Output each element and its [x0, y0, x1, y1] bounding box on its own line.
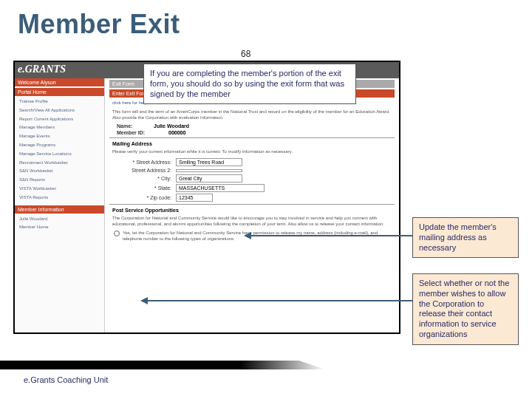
- zip-label: * Zip code:: [109, 195, 176, 200]
- svg-marker-3: [140, 297, 148, 304]
- sidebar-item[interactable]: Manage Members: [15, 123, 104, 132]
- sidebar-item[interactable]: Manage Programs: [15, 141, 104, 150]
- app-sidebar: Welcome Alyson Portal Home Trainee Profi…: [15, 78, 105, 332]
- street1-label: * Street Address:: [109, 160, 176, 165]
- post-service-para: The Corporation for National and Communi…: [109, 214, 395, 229]
- state-label: * State:: [109, 185, 176, 191]
- street1-input[interactable]: Smiling Trees Road: [176, 158, 242, 166]
- sidebar-portal-head: Portal Home: [15, 88, 104, 96]
- id-label: Member ID:: [117, 130, 168, 135]
- sidebar-item[interactable]: Report Current Applications: [15, 115, 104, 124]
- callout-release-info: Select whether or not the member wishes …: [412, 273, 519, 345]
- sidebar-item[interactable]: Search/View All Applications: [15, 106, 104, 115]
- footer-accent: [0, 361, 325, 369]
- state-select[interactable]: MASSACHUSETTS: [176, 184, 265, 192]
- zip-input[interactable]: 12345: [176, 194, 213, 202]
- sidebar-item[interactable]: Recruitment Workbasket: [15, 159, 104, 168]
- consent-radio[interactable]: [114, 231, 120, 236]
- footer-unit: e.Grants Coaching Unit: [24, 375, 108, 384]
- sidebar-item[interactable]: Julie Woodard: [15, 215, 104, 224]
- post-service-header: Post Service Opportunities: [112, 208, 395, 213]
- arrow-to-address: [244, 231, 414, 241]
- sidebar-item[interactable]: Manage Events: [15, 132, 104, 141]
- city-input[interactable]: Great City: [176, 174, 242, 183]
- sidebar-item[interactable]: Member Home: [15, 223, 104, 232]
- mailing-para: Please verify your current information w…: [109, 148, 395, 157]
- sidebar-item[interactable]: Manage Service Locations: [15, 150, 104, 159]
- sidebar-item[interactable]: S&N Workbasket: [15, 167, 104, 176]
- name-value: Julie Woodard: [154, 123, 189, 129]
- callout-signed-form: If you are completing the member's porti…: [143, 64, 356, 104]
- sidebar-item[interactable]: S&N Reports: [15, 176, 104, 185]
- name-label: Name:: [117, 123, 154, 129]
- page-title: Member Exit: [18, 9, 514, 40]
- street2-label: Street Address 2:: [109, 168, 176, 173]
- sidebar-item[interactable]: VISTA Reports: [15, 194, 104, 202]
- app-logo: e.GRANTS: [18, 64, 66, 75]
- id-value: 000000: [168, 130, 185, 135]
- city-label: * City:: [109, 176, 176, 181]
- sidebar-welcome: Welcome Alyson: [15, 78, 104, 86]
- callout-update-address: Update the member's mailing address as n…: [412, 217, 519, 258]
- sidebar-member-head: Member Information: [15, 205, 104, 214]
- arrow-to-consent: [140, 296, 414, 306]
- street2-input[interactable]: [176, 169, 242, 172]
- intro-text: This form will end the term of an AmeriC…: [109, 108, 395, 123]
- sidebar-item[interactable]: Trainee Profile: [15, 98, 104, 106]
- page-number: 68: [241, 49, 250, 59]
- mailing-header: Mailing Address: [112, 141, 395, 146]
- app-main: Exit Form Enter Exit Form Information cl…: [105, 78, 399, 332]
- sidebar-item[interactable]: VISTA Workbasket: [15, 185, 104, 194]
- svg-marker-1: [244, 232, 251, 239]
